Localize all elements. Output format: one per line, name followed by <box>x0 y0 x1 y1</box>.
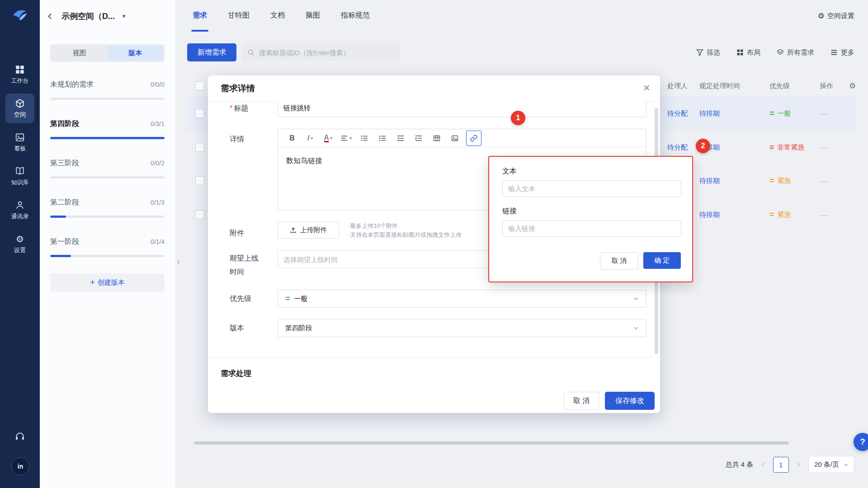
priority-label: 紧急 <box>778 210 791 219</box>
user-avatar[interactable]: in <box>11 457 29 475</box>
next-page-button[interactable]: › <box>795 459 802 470</box>
kanban-board-icon <box>15 132 25 142</box>
version-field-label: 版本 <box>230 321 269 335</box>
insert-table-button[interactable] <box>430 131 443 145</box>
deadline-cell[interactable]: 待排期 <box>699 176 720 185</box>
create-version-button[interactable]: + 创建版本 <box>50 273 165 291</box>
layout-grid-icon <box>736 49 744 56</box>
space-switcher-caret-icon[interactable]: ▼ <box>121 13 127 19</box>
tab-mindmap[interactable]: 脑图 <box>306 0 320 32</box>
modal-save-button[interactable]: 保存修改 <box>605 392 655 410</box>
indent-button[interactable] <box>412 131 425 145</box>
create-version-label: 创建版本 <box>98 278 125 287</box>
col-priority[interactable]: 优先级 <box>769 82 790 90</box>
tab-label: 指标规范 <box>341 11 370 20</box>
row-checkbox[interactable] <box>195 210 204 219</box>
col-handler[interactable]: 处理人 <box>667 82 688 90</box>
person-icon <box>15 200 25 210</box>
version-item-phase4[interactable]: 第四阶段 0/3/1 <box>50 112 165 151</box>
tab-view[interactable]: 视图 <box>52 46 108 61</box>
page-size-value: 20 条/页 <box>814 460 839 469</box>
handler-cell[interactable]: 待分配 <box>667 109 688 117</box>
title-field-label: *标题 <box>230 102 269 115</box>
bold-button[interactable]: B <box>285 131 299 145</box>
close-icon[interactable]: × <box>643 82 650 94</box>
tab-version[interactable]: 版本 <box>108 46 164 61</box>
align-left-icon <box>341 135 348 142</box>
insert-image-button[interactable] <box>448 131 462 145</box>
popup-confirm-button[interactable]: 确 定 <box>643 252 681 269</box>
search-input[interactable] <box>258 48 394 57</box>
tab-docs[interactable]: 文档 <box>270 0 285 32</box>
upload-attachment-button[interactable]: 上传附件 <box>278 221 339 239</box>
row-more-button[interactable]: ··· <box>820 109 829 117</box>
row-checkbox[interactable] <box>195 143 204 152</box>
italic-button[interactable]: I▾ <box>303 131 317 145</box>
launch-time-field-label: 期望上线时间 <box>230 252 264 279</box>
row-more-button[interactable]: ··· <box>820 143 829 151</box>
priority-icon: = <box>769 176 774 185</box>
link-url-input[interactable] <box>502 220 681 237</box>
app-logo[interactable] <box>11 7 29 25</box>
insert-link-button[interactable] <box>466 131 481 146</box>
version-counts: 0/0/0 <box>151 81 165 88</box>
page-size-select[interactable]: 20 条/页 <box>808 456 854 473</box>
tab-metrics[interactable]: 指标规范 <box>341 0 370 32</box>
layout-button[interactable]: 布局 <box>736 48 760 57</box>
page-number-button[interactable]: 1 <box>773 457 789 473</box>
tab-label: 需求 <box>193 11 207 20</box>
version-select[interactable]: 第四阶段 <box>278 319 646 337</box>
table-settings-gear-icon[interactable]: ⚙ <box>849 81 856 91</box>
editor-toolbar: B I▾ A▾ ▾ <box>278 129 646 147</box>
version-item-phase3[interactable]: 第三阶段 0/0/2 <box>50 151 165 190</box>
version-item-unplanned[interactable]: 未规划的需求 0/0/0 <box>50 72 165 112</box>
sidebar-item-settings[interactable]: ⚙ 设置 <box>5 229 34 259</box>
align-button[interactable]: ▾ <box>340 131 353 145</box>
sidebar-item-workbench[interactable]: 工作台 <box>5 60 34 89</box>
sidebar-item-contacts[interactable]: 通讯录 <box>5 195 34 225</box>
row-checkbox[interactable] <box>195 109 204 118</box>
tab-label: 脑图 <box>306 11 320 20</box>
support-button[interactable] <box>15 432 25 441</box>
sidebar-item-space[interactable]: 空间 <box>5 94 34 123</box>
all-requirements-button[interactable]: 所有需求 <box>777 48 814 57</box>
outdent-button[interactable] <box>394 131 407 145</box>
space-settings-button[interactable]: ⚙ 空间设置 <box>818 0 854 32</box>
more-button[interactable]: 更多 <box>830 48 854 57</box>
sidebar-item-kanban[interactable]: 看板 <box>5 127 34 157</box>
col-deadline[interactable]: 规定处理时间 <box>699 82 740 90</box>
ordered-list-icon <box>379 135 386 142</box>
font-color-button[interactable]: A▾ <box>321 131 335 145</box>
popup-cancel-button[interactable]: 取 消 <box>600 252 638 270</box>
col-actions[interactable]: 操作 <box>820 82 833 90</box>
back-button[interactable] <box>46 12 54 20</box>
tab-gantt[interactable]: 甘特图 <box>228 0 250 32</box>
panel-collapse-handle[interactable]: ‹ <box>175 256 182 267</box>
priority-select[interactable]: = 一般 <box>278 290 646 308</box>
table-horizontal-scrollbar[interactable] <box>194 441 789 445</box>
row-more-button[interactable]: ··· <box>820 211 829 218</box>
modal-cancel-button[interactable]: 取 消 <box>564 392 599 410</box>
new-requirement-button[interactable]: 新增需求 <box>187 43 236 61</box>
bullet-list-button[interactable] <box>358 131 371 145</box>
link-text-input[interactable] <box>502 180 681 197</box>
space-title[interactable]: 示例空间（D... <box>61 11 115 22</box>
tab-requirements[interactable]: 需求 <box>193 0 207 32</box>
priority-label: 紧急 <box>778 176 791 185</box>
ordered-list-button[interactable] <box>376 131 389 145</box>
sidebar-item-knowledge[interactable]: 知识库 <box>5 161 34 191</box>
row-more-button[interactable]: ··· <box>820 177 829 184</box>
help-button[interactable]: ? <box>854 433 868 451</box>
version-progress-track <box>50 255 165 257</box>
deadline-cell[interactable]: 待排期 <box>699 210 720 219</box>
filter-button[interactable]: 筛选 <box>696 48 720 57</box>
prev-page-button[interactable]: ‹ <box>760 459 766 470</box>
version-item-phase1[interactable]: 第一阶段 0/1/4 <box>50 230 165 269</box>
deadline-cell[interactable]: 待排期 <box>699 109 720 117</box>
row-checkbox[interactable] <box>195 176 204 185</box>
select-all-checkbox[interactable] <box>195 81 204 90</box>
title-input[interactable] <box>278 102 646 117</box>
handler-cell[interactable]: 待分配 <box>667 143 688 151</box>
version-item-phase2[interactable]: 第二阶段 0/1/3 <box>50 190 165 230</box>
space-panel: 示例空间（D... ▼ 视图 版本 未规划的需求 0/0/0 第四阶段 0/3/… <box>40 0 176 488</box>
